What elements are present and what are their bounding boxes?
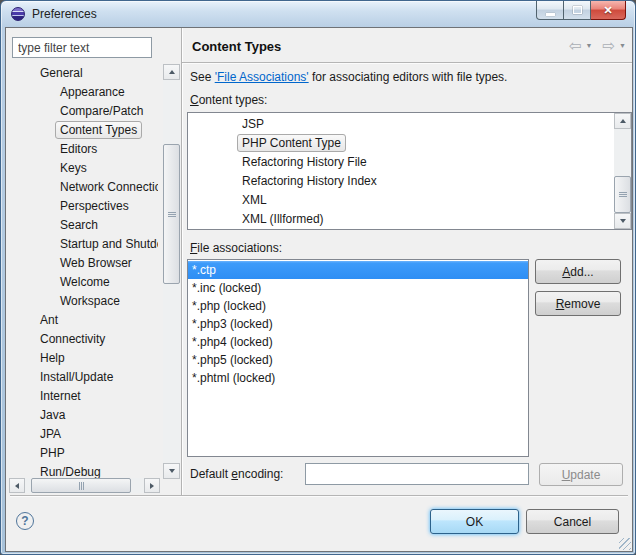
scroll-up-button[interactable] (163, 64, 180, 80)
tree-item-web-browser[interactable]: Web Browser (10, 254, 158, 273)
maximize-button[interactable] (564, 1, 591, 20)
content-types-scroll-thumb[interactable] (614, 176, 631, 213)
intro-text: See 'File Associations' for associating … (190, 70, 507, 84)
tree-item-welcome[interactable]: Welcome (10, 273, 158, 292)
scroll-down-icon (620, 219, 626, 223)
scroll-left-button[interactable] (9, 478, 25, 493)
tree-item-ant[interactable]: Ant (10, 311, 158, 330)
content-type-item-refactoring-file[interactable]: Refactoring History File (188, 153, 631, 172)
scroll-right-button[interactable] (144, 478, 160, 493)
file-association-item-php4[interactable]: *.php4 (locked) (188, 333, 528, 351)
title-bar[interactable]: Preferences ✕ (1, 1, 635, 27)
question-mark-icon: ? (21, 514, 28, 528)
window-title: Preferences (32, 7, 97, 21)
scroll-up-button[interactable] (614, 113, 631, 129)
tree-item-compare-patch[interactable]: Compare/Patch (10, 102, 158, 121)
page-title: Content Types (192, 39, 281, 54)
tree-item-network-connections[interactable]: Network Connections (10, 178, 158, 197)
forward-arrow-icon[interactable]: ⇨ (602, 38, 615, 53)
tree-item-search[interactable]: Search (10, 216, 158, 235)
content-type-item-php[interactable]: PHP Content Type (188, 134, 631, 153)
tree-item-content-types[interactable]: Content Types (10, 121, 158, 140)
minimize-button[interactable] (536, 1, 564, 20)
scroll-up-icon (620, 119, 626, 123)
file-associations-link[interactable]: 'File Associations' (215, 70, 309, 84)
maximize-icon (573, 6, 582, 14)
thumb-grip-icon (79, 482, 84, 490)
tree-vertical-scrollbar[interactable] (163, 64, 180, 479)
remove-button[interactable]: Remove (535, 291, 621, 316)
back-dropdown-icon[interactable]: ▼ (586, 42, 593, 49)
content-types-list: JSP PHP Content Type Refactoring History… (187, 112, 632, 230)
file-association-item-php3[interactable]: *.php3 (locked) (188, 315, 528, 333)
add-button[interactable]: Add... (535, 259, 621, 284)
ok-button[interactable]: OK (430, 509, 519, 534)
scroll-down-button[interactable] (163, 463, 180, 479)
help-button[interactable]: ? (16, 512, 34, 530)
resize-grip[interactable] (619, 538, 631, 550)
tree-hscroll-thumb[interactable] (31, 478, 131, 493)
content-type-item-refactoring-index[interactable]: Refactoring History Index (188, 172, 631, 191)
tree-item-general[interactable]: General (10, 64, 158, 83)
file-associations-list: *.ctp *.inc (locked) *.php (locked) *.ph… (187, 259, 529, 457)
content-type-item-xml-illformed[interactable]: XML (Illformed) (188, 210, 631, 229)
tree-item-install-update[interactable]: Install/Update (10, 368, 158, 387)
thumb-grip-icon (619, 192, 627, 197)
tree-item-java[interactable]: Java (10, 406, 158, 425)
filter-input[interactable] (12, 37, 152, 58)
tree-item-internet[interactable]: Internet (10, 387, 158, 406)
scroll-down-icon (169, 469, 175, 473)
file-association-item-php5[interactable]: *.php5 (locked) (188, 351, 528, 369)
close-button[interactable]: ✕ (591, 1, 626, 20)
tree-horizontal-scrollbar[interactable] (9, 478, 160, 493)
forward-dropdown-icon[interactable]: ▼ (619, 42, 626, 49)
file-association-item-phtml[interactable]: *.phtml (locked) (188, 369, 528, 387)
default-encoding-input[interactable] (305, 463, 529, 485)
content-type-item-xml[interactable]: XML (188, 191, 631, 210)
file-association-item-php[interactable]: *.php (locked) (188, 297, 528, 315)
content-types-label: Content types: (190, 93, 267, 107)
cancel-button[interactable]: Cancel (526, 509, 619, 534)
tree-item-workspace[interactable]: Workspace (10, 292, 158, 311)
preferences-tree: General Appearance Compare/Patch Content… (10, 64, 158, 478)
preferences-window: Preferences ✕ General Appearance Compare… (0, 0, 636, 555)
tree-item-help[interactable]: Help (10, 349, 158, 368)
window-controls: ✕ (536, 1, 626, 20)
history-nav: ⇦ ▼ ⇨ ▼ (569, 38, 626, 53)
scroll-down-button[interactable] (614, 213, 631, 229)
content-types-scrollbar[interactable] (614, 113, 631, 229)
tree-item-connectivity[interactable]: Connectivity (10, 330, 158, 349)
tree-item-run-debug[interactable]: Run/Debug (10, 463, 158, 478)
close-icon: ✕ (603, 4, 612, 17)
dialog-body: General Appearance Compare/Patch Content… (5, 27, 633, 552)
tree-item-startup-shutdown[interactable]: Startup and Shutdown (10, 235, 158, 254)
tree-item-appearance[interactable]: Appearance (10, 83, 158, 102)
tree-item-perspectives[interactable]: Perspectives (10, 197, 158, 216)
content-type-item-jsp[interactable]: JSP (188, 115, 631, 134)
file-associations-label: File associations: (190, 241, 282, 255)
tree-item-jpa[interactable]: JPA (10, 425, 158, 444)
update-button[interactable]: Update (539, 463, 623, 486)
header-separator (182, 62, 632, 64)
file-association-item-inc[interactable]: *.inc (locked) (188, 279, 528, 297)
tree-item-php[interactable]: PHP (10, 444, 158, 463)
tree-scroll-thumb[interactable] (163, 144, 180, 284)
scroll-up-icon (169, 70, 175, 74)
default-encoding-label: Default encoding: (190, 467, 283, 481)
footer-separator (10, 495, 628, 497)
thumb-grip-icon (168, 212, 176, 217)
scroll-left-icon (15, 483, 19, 489)
scroll-right-icon (150, 483, 154, 489)
back-arrow-icon[interactable]: ⇦ (569, 38, 582, 53)
eclipse-app-icon (11, 7, 25, 21)
tree-item-keys[interactable]: Keys (10, 159, 158, 178)
tree-item-editors[interactable]: Editors (10, 140, 158, 159)
file-association-item-ctp[interactable]: *.ctp (188, 261, 528, 279)
minimize-icon (546, 13, 555, 16)
pane-divider[interactable] (181, 28, 183, 495)
